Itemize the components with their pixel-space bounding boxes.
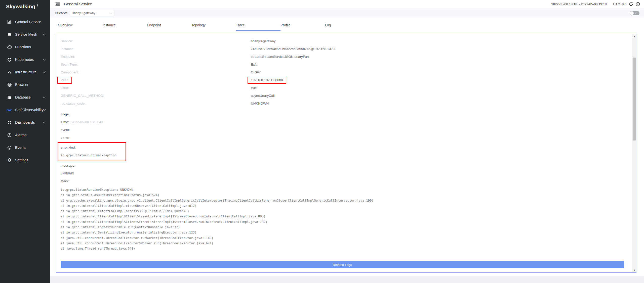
- timezone-label: UTC+8.0: [613, 2, 626, 6]
- dots-icon: [7, 70, 12, 75]
- log-entry-message: message:UNKNOWN: [61, 162, 624, 177]
- field-label: Instance:: [61, 47, 251, 51]
- red-highlight-box: Peer:: [57, 77, 72, 84]
- toggle-label: V: [635, 12, 636, 15]
- sidebar-item-database[interactable]: Database: [0, 91, 50, 104]
- field-value: true: [251, 86, 257, 90]
- sidebar-item-label: Alarms: [15, 133, 26, 137]
- variables-toolbar: $Service shenyu-gateway V: [50, 8, 644, 18]
- logs-heading: Logs.: [61, 110, 624, 118]
- field-value: stream.StreamServiceJSON.unaryFun: [251, 55, 309, 59]
- span-field-generic-call-method: GENERIC_CALL_METHOD:asyncUnaryCall: [61, 92, 624, 100]
- span-field-endpoint: Endpoint:stream.StreamServiceJSON.unaryF…: [61, 53, 624, 61]
- sw-icon: Sw: [7, 108, 12, 112]
- tab-bar: OverviewInstanceEndpointTopologyTracePro…: [50, 18, 644, 31]
- log-entries: event:errorerror.kind:io.grpc.StatusRunt…: [61, 126, 624, 177]
- log-entry-value: error: [61, 134, 624, 141]
- sidebar-item-functions[interactable]: Functions: [0, 41, 50, 53]
- log-time-value: 2022-05-08 18:57:43: [71, 120, 103, 124]
- scrollbar-thumb[interactable]: [633, 58, 636, 140]
- refresh-icon[interactable]: [629, 2, 633, 6]
- sidebar-item-events[interactable]: Events: [0, 141, 50, 154]
- span-field-instance: Instance:74d96c778c694c6b9b6322c62d55b76…: [61, 45, 624, 53]
- field-label: Endpoint:: [61, 55, 251, 59]
- sidebar-item-infrastructure[interactable]: Infrastructure: [0, 66, 50, 78]
- span-field-service: Service:shenyu-gateway: [61, 37, 624, 45]
- sidebar-item-alarms[interactable]: Alarms: [0, 129, 50, 141]
- span-logs-section: Logs. Time: 2022-05-08 18:57:43 event:er…: [61, 110, 624, 252]
- skywalking-logo: Skywalking: [0, 0, 50, 12]
- tab-instance[interactable]: Instance: [102, 22, 147, 31]
- log-entry-event: event:error: [61, 126, 624, 141]
- tab-endpoint[interactable]: Endpoint: [147, 22, 191, 31]
- sidebar-item-browser[interactable]: Browser: [0, 78, 50, 91]
- field-label: Error:: [61, 86, 251, 90]
- stack-label: stack:: [61, 177, 624, 185]
- sidebar-item-label: Service Mesh: [15, 32, 37, 36]
- sidebar-item-label: Database: [15, 95, 31, 99]
- page-title: General-Service: [64, 2, 92, 6]
- tab-profile[interactable]: Profile: [280, 22, 325, 31]
- sidebar-item-label: Infrastructure: [15, 70, 36, 74]
- tab-overview[interactable]: Overview: [58, 22, 102, 31]
- sidebar-item-label: Self Observability: [15, 108, 44, 112]
- stack-line: at org.apache.skywalking.apm.plugin.grpc…: [61, 198, 624, 203]
- sidebar: Skywalking General ServiceService MeshFu…: [0, 0, 50, 283]
- kubernetes-icon: [7, 57, 12, 62]
- stack-line: at io.grpc.internal.SerializingExecutor.…: [61, 230, 624, 235]
- scroll-down-icon[interactable]: ▼: [632, 269, 637, 271]
- field-label: Service:: [61, 39, 251, 43]
- log-entry-label: event:: [61, 126, 624, 134]
- field-label: Component:: [61, 70, 251, 74]
- tab-log[interactable]: Log: [325, 22, 370, 31]
- chevron-down-icon: [43, 70, 46, 73]
- top-header: General-Service 2022-05-08 18:18 ~ 2022-…: [50, 0, 644, 8]
- log-time-row: Time: 2022-05-08 18:57:43: [61, 118, 624, 126]
- database-icon: [7, 95, 12, 100]
- alarm-icon: [7, 133, 12, 137]
- chevron-down-icon: [109, 11, 112, 14]
- span-field-error: Error:true: [61, 84, 624, 92]
- dashboard-content: OverviewInstanceEndpointTopologyTracePro…: [50, 18, 644, 276]
- chevron-down-icon: [43, 32, 46, 35]
- related-logs-button[interactable]: Related Logs: [61, 261, 624, 268]
- sidebar-item-label: Events: [15, 146, 26, 150]
- sidebar-item-general-service[interactable]: General Service: [0, 16, 50, 28]
- sidebar-item-self-observability[interactable]: SwSelf Observability: [0, 104, 50, 116]
- version-toggle[interactable]: V: [630, 11, 639, 15]
- tab-trace[interactable]: Trace: [236, 22, 280, 31]
- header-controls: 2022-05-08 18:18 ~ 2022-05-08 19:18 UTC+…: [551, 2, 640, 6]
- field-value: GRPC: [251, 70, 261, 74]
- stack-line: at io.grpc.Status.asRuntimeException(Sta…: [61, 193, 624, 198]
- log-entry-value: UNKNOWN: [61, 169, 624, 177]
- tab-topology[interactable]: Topology: [191, 22, 236, 31]
- field-value: 74d96c778c694c6b9b6322c62d55b765@192.168…: [251, 47, 336, 51]
- field-value: Exit: [251, 63, 257, 66]
- sidebar-item-service-mesh[interactable]: Service Mesh: [0, 28, 50, 41]
- info-icon[interactable]: [636, 2, 640, 6]
- log-time-label: Time:: [61, 120, 69, 124]
- service-variable-label: $Service: [55, 11, 68, 15]
- sidebar-item-label: Kubernetes: [15, 58, 34, 62]
- sidebar-item-kubernetes[interactable]: Kubernetes: [0, 53, 50, 66]
- field-value: 192.168.137.1:38080: [248, 77, 286, 84]
- toggle-knob: [630, 11, 634, 15]
- span-field-rpc-status-code: rpc.status_code:UNKNOWN: [61, 100, 624, 107]
- field-label: rpc.status_code:: [61, 102, 251, 105]
- trace-span-detail-panel: Service:shenyu-gatewayInstance:74d96c778…: [56, 34, 637, 273]
- log-entry-value: io.grpc.StatusRuntimeException: [61, 151, 126, 159]
- chevron-down-icon: [43, 120, 46, 123]
- panel-scrollbar[interactable]: ▲ ▼: [632, 34, 637, 272]
- sidebar-item-label: Browser: [15, 83, 28, 87]
- service-select[interactable]: shenyu-gateway: [70, 10, 114, 16]
- sidebar-item-dashboards[interactable]: Dashboards: [0, 116, 50, 129]
- stack-line: at io.grpc.internal.ClientCallImpl$Clien…: [61, 214, 624, 219]
- time-range-picker[interactable]: 2022-05-08 18:18 ~ 2022-05-08 19:18: [551, 2, 607, 6]
- sidebar-item-settings[interactable]: ⚙Settings: [0, 154, 50, 166]
- log-entry-label: message:: [61, 162, 624, 169]
- collapse-sidebar-icon[interactable]: [55, 2, 60, 6]
- grid-icon: [7, 120, 12, 125]
- cloud-icon: [7, 45, 12, 50]
- field-label: Peer:: [61, 77, 251, 84]
- scroll-up-icon[interactable]: ▲: [632, 35, 637, 38]
